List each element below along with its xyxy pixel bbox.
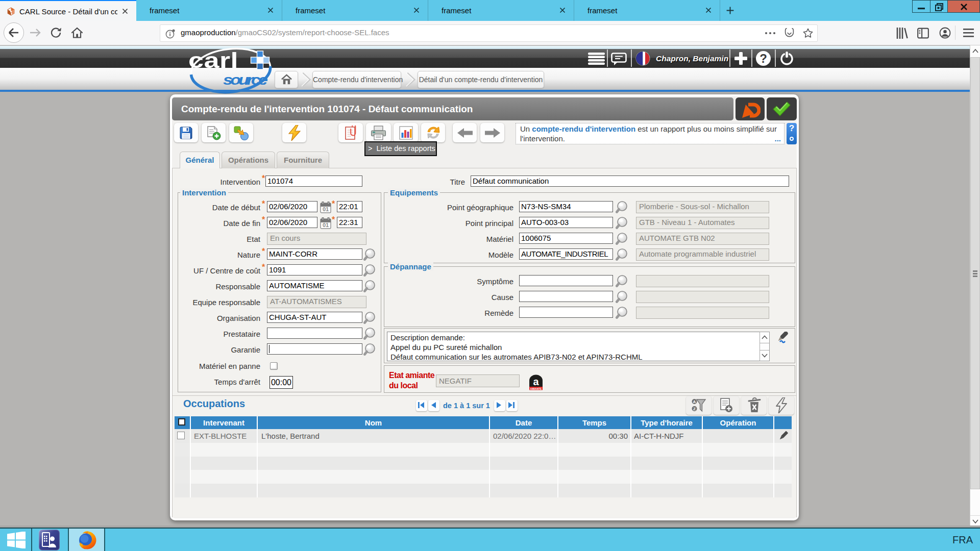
svg-text:AMIANTE: AMIANTE <box>530 387 542 390</box>
svg-text:carl: carl <box>188 48 238 72</box>
svg-text:source: source <box>223 72 268 88</box>
svg-text:Z: Z <box>693 407 696 411</box>
svg-text:A: A <box>693 399 696 404</box>
svg-text:01: 01 <box>323 222 329 228</box>
svg-text:a: a <box>533 376 539 387</box>
svg-text:01: 01 <box>323 206 329 212</box>
